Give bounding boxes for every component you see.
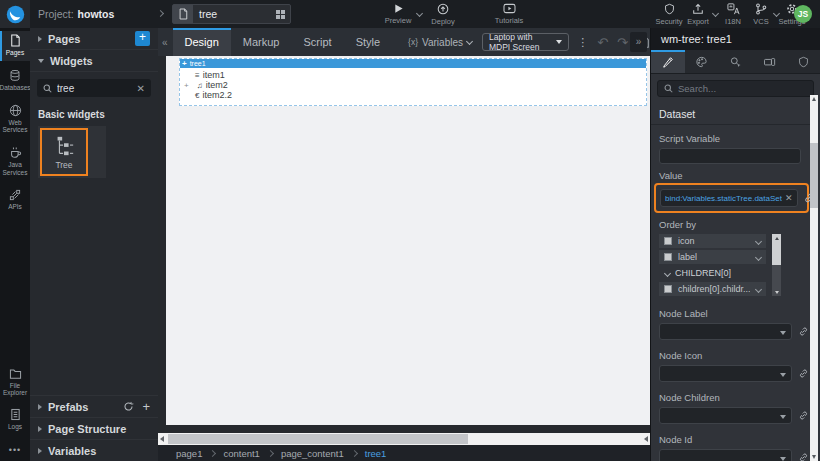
node-label-select[interactable] [659,323,792,340]
tree-widget-tile[interactable]: Tree [40,128,88,176]
breadcrumb-content1[interactable]: content1 [223,448,259,459]
breadcrumb-tree1[interactable]: tree1 [365,448,387,459]
tab-design[interactable]: Design [173,28,231,56]
tab-security[interactable] [786,50,820,73]
chevron-down-icon[interactable] [755,253,762,260]
tab-properties[interactable] [651,50,685,73]
tree-node-item1[interactable]: ≡ item1 [195,70,225,80]
bind-link-icon[interactable] [798,326,809,337]
scroll-up-icon[interactable] [772,234,781,243]
tab-script[interactable]: Script [292,28,344,56]
collapse-panel-icon[interactable]: « [158,37,173,48]
add-prefab-icon[interactable]: + [142,399,150,414]
canvas-horizontal-scrollbar[interactable] [158,433,650,445]
page-file-icon [173,5,193,23]
rail-item-web-services[interactable]: Web Services [0,101,30,139]
widget-search-input[interactable] [57,83,132,94]
design-canvas[interactable]: + tree1 ≡ item1 + ♫ item2 € item2.2 [158,56,650,425]
tree-widget-icon [52,135,76,157]
rail-item-logs[interactable]: Logs [0,405,30,435]
tab-devices[interactable] [752,50,786,73]
scroll-right-icon[interactable] [644,436,648,442]
checkbox[interactable] [664,285,672,293]
bind-link-icon[interactable] [798,368,809,379]
properties-search-input[interactable] [678,83,807,94]
vcs-button[interactable]: VCS [748,3,774,26]
rail-item-apis[interactable]: APIs [0,186,30,215]
tab-styles[interactable] [685,50,719,73]
section-prefabs[interactable]: Prefabs + [30,395,158,417]
deploy-button[interactable]: Deploy [426,3,460,26]
scroll-down-icon[interactable] [812,455,816,459]
scrollbar-thumb[interactable] [772,243,781,265]
expand-panel-icon[interactable]: » [630,32,647,52]
refresh-icon[interactable] [123,401,134,412]
chevron-down-icon[interactable] [755,237,762,244]
clear-search-icon[interactable]: ✕ [137,83,145,94]
app-logo[interactable] [0,0,30,28]
preview-button[interactable]: Preview [380,3,416,25]
user-avatar[interactable]: JS [794,5,812,23]
properties-search[interactable] [657,80,814,97]
rail-item-file-explorer[interactable]: File Explorer [0,365,30,402]
checkbox[interactable] [664,237,672,245]
scrollbar-thumb[interactable] [810,143,818,208]
rail-item-java-services[interactable]: Java Services [0,143,30,181]
collapse-arrow-icon [38,448,42,454]
value-binding-input[interactable]: bind:Variables.staticTree.dataSet ✕ [660,189,798,207]
bind-link-icon[interactable] [798,452,809,461]
tab-inspect[interactable] [719,50,753,73]
undo-icon[interactable]: ↶ [597,35,608,50]
order-by-row-label[interactable]: label [659,250,766,264]
i18n-button[interactable]: I18N [718,3,748,26]
section-widgets[interactable]: Widgets [30,50,158,72]
bind-link-icon[interactable] [798,410,809,421]
scroll-down-icon[interactable] [772,288,781,296]
scroll-left-icon[interactable] [160,436,164,442]
redo-icon[interactable]: ↷ [617,35,628,50]
section-pages[interactable]: Pages + [30,28,158,50]
globe-icon [9,104,22,117]
node-id-select[interactable] [659,449,792,461]
order-by-scrollbar[interactable] [772,234,781,296]
page-picker[interactable]: tree [172,4,291,24]
scrollbar-thumb[interactable] [168,434,468,444]
tab-style[interactable]: Style [344,28,392,56]
section-variables[interactable]: Variables [30,439,158,461]
properties-scrollbar[interactable] [810,95,818,461]
node-children-select[interactable] [659,407,792,424]
variables-menu[interactable]: {x} Variables [408,37,472,48]
node-icon-select[interactable] [659,365,792,382]
widget-search[interactable]: ✕ [37,79,151,97]
breadcrumb-page-content1[interactable]: page_content1 [281,448,344,459]
preview-caret-icon[interactable] [416,10,423,17]
breadcrumb-page1[interactable]: page1 [176,448,202,459]
order-by-row-icon[interactable]: icon [659,234,766,248]
tree-widget-selection-bar[interactable]: + tree1 [180,59,646,68]
section-page-structure[interactable]: Page Structure [30,417,158,439]
security-button[interactable]: Security [652,3,686,26]
scroll-up-icon[interactable] [812,97,816,101]
rail-item-databases[interactable]: Databases [0,66,30,96]
chevron-down-icon[interactable] [755,285,762,292]
clear-binding-icon[interactable]: ✕ [785,193,793,203]
add-page-button[interactable]: + [135,31,150,46]
checkbox[interactable] [664,253,672,261]
device-selector[interactable]: Laptop with MDPI Screen [482,33,569,51]
export-button[interactable]: Export [684,3,712,26]
rail-label: File Explorer [0,382,30,398]
tab-markup[interactable]: Markup [231,28,292,56]
tree-node-item2[interactable]: + ♫ item2 [184,80,228,90]
list-icon: ≡ [195,71,200,80]
order-by-row-children[interactable]: children[0].childr... [659,282,766,296]
rail-item-pages[interactable]: Pages [0,31,30,61]
script-variable-input[interactable] [659,148,801,164]
expand-node-icon[interactable]: + [184,81,189,90]
tutorials-button[interactable]: Tutorials [490,3,528,25]
tree-widget-on-canvas[interactable]: + tree1 ≡ item1 + ♫ item2 € item2.2 [179,58,647,106]
grid-icon[interactable] [276,10,285,19]
tree-node-item2-2[interactable]: € item2.2 [195,90,232,100]
order-by-group-children[interactable]: CHILDREN[0] [659,266,766,280]
rail-overflow-icon[interactable]: ••• [0,445,30,455]
kebab-menu-icon[interactable]: ⋮ [577,36,588,49]
